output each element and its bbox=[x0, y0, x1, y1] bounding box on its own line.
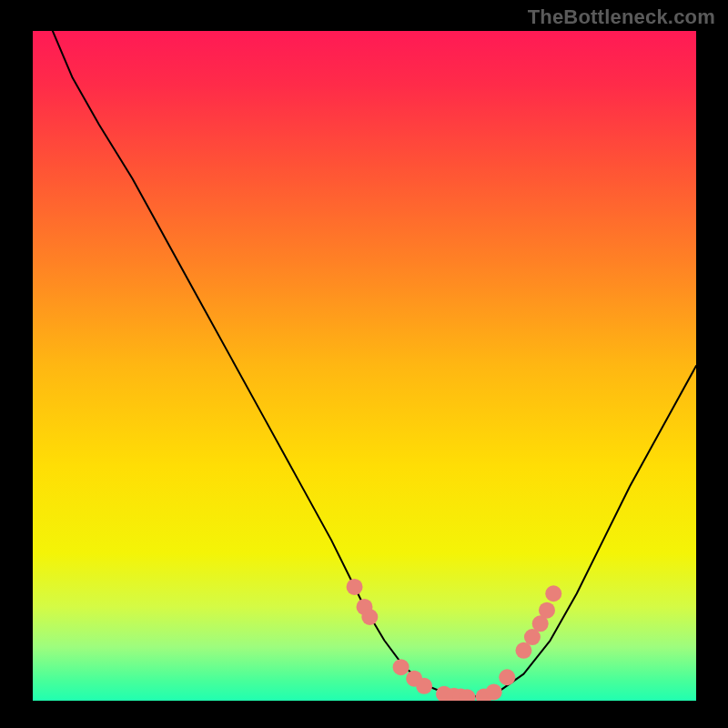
marker-point bbox=[545, 585, 561, 602]
marker-point bbox=[499, 669, 515, 685]
marker-point bbox=[539, 602, 555, 619]
marker-point bbox=[486, 683, 502, 700]
chart-svg bbox=[0, 0, 728, 728]
marker-point bbox=[393, 659, 410, 675]
marker-point bbox=[416, 678, 432, 694]
marker-point bbox=[361, 609, 378, 625]
chart-stage: TheBottleneck.com bbox=[0, 0, 728, 728]
marker-point bbox=[347, 579, 363, 595]
marker-point bbox=[515, 642, 531, 659]
watermark-text: TheBottleneck.com bbox=[528, 5, 715, 29]
marker-point bbox=[460, 689, 476, 705]
